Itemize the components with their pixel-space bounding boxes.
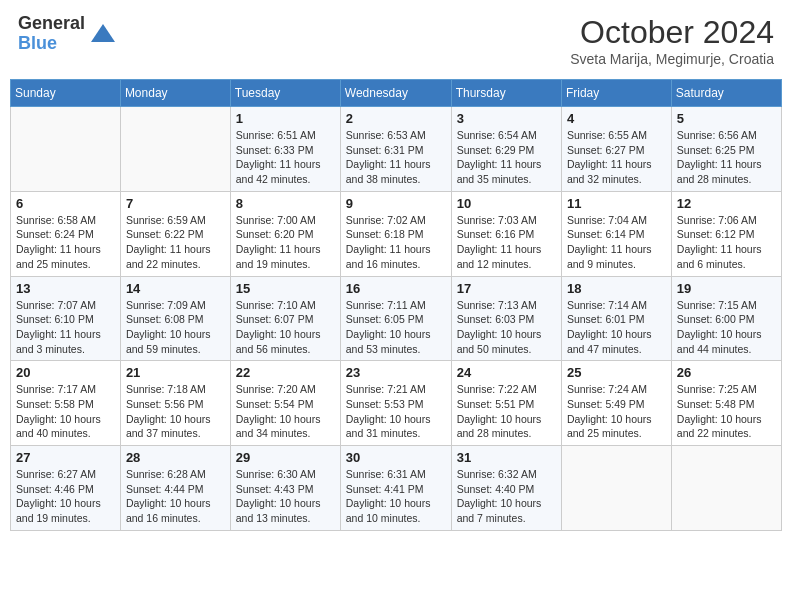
svg-marker-0 — [91, 24, 115, 42]
day-info: Sunrise: 7:02 AM Sunset: 6:18 PM Dayligh… — [346, 213, 446, 272]
day-number: 6 — [16, 196, 115, 211]
weekday-header-sunday: Sunday — [11, 80, 121, 107]
day-number: 18 — [567, 281, 666, 296]
day-info: Sunrise: 7:03 AM Sunset: 6:16 PM Dayligh… — [457, 213, 556, 272]
calendar-cell: 29Sunrise: 6:30 AM Sunset: 4:43 PM Dayli… — [230, 446, 340, 531]
logo-general-text: General — [18, 14, 85, 34]
calendar-cell: 1Sunrise: 6:51 AM Sunset: 6:33 PM Daylig… — [230, 107, 340, 192]
day-number: 11 — [567, 196, 666, 211]
weekday-header-saturday: Saturday — [671, 80, 781, 107]
calendar-cell: 14Sunrise: 7:09 AM Sunset: 6:08 PM Dayli… — [120, 276, 230, 361]
day-info: Sunrise: 7:13 AM Sunset: 6:03 PM Dayligh… — [457, 298, 556, 357]
day-number: 2 — [346, 111, 446, 126]
calendar-cell: 16Sunrise: 7:11 AM Sunset: 6:05 PM Dayli… — [340, 276, 451, 361]
calendar-cell: 13Sunrise: 7:07 AM Sunset: 6:10 PM Dayli… — [11, 276, 121, 361]
day-number: 14 — [126, 281, 225, 296]
calendar-cell: 21Sunrise: 7:18 AM Sunset: 5:56 PM Dayli… — [120, 361, 230, 446]
day-number: 23 — [346, 365, 446, 380]
day-number: 3 — [457, 111, 556, 126]
day-info: Sunrise: 6:53 AM Sunset: 6:31 PM Dayligh… — [346, 128, 446, 187]
day-info: Sunrise: 6:51 AM Sunset: 6:33 PM Dayligh… — [236, 128, 335, 187]
day-number: 12 — [677, 196, 776, 211]
day-info: Sunrise: 7:20 AM Sunset: 5:54 PM Dayligh… — [236, 382, 335, 441]
calendar-cell: 6Sunrise: 6:58 AM Sunset: 6:24 PM Daylig… — [11, 191, 121, 276]
day-number: 22 — [236, 365, 335, 380]
calendar-cell: 17Sunrise: 7:13 AM Sunset: 6:03 PM Dayli… — [451, 276, 561, 361]
calendar-cell: 2Sunrise: 6:53 AM Sunset: 6:31 PM Daylig… — [340, 107, 451, 192]
calendar-cell: 24Sunrise: 7:22 AM Sunset: 5:51 PM Dayli… — [451, 361, 561, 446]
day-info: Sunrise: 7:18 AM Sunset: 5:56 PM Dayligh… — [126, 382, 225, 441]
calendar-cell — [11, 107, 121, 192]
day-info: Sunrise: 7:00 AM Sunset: 6:20 PM Dayligh… — [236, 213, 335, 272]
calendar-cell: 12Sunrise: 7:06 AM Sunset: 6:12 PM Dayli… — [671, 191, 781, 276]
weekday-row: SundayMondayTuesdayWednesdayThursdayFrid… — [11, 80, 782, 107]
calendar: SundayMondayTuesdayWednesdayThursdayFrid… — [10, 79, 782, 531]
logo-blue-text: Blue — [18, 34, 85, 54]
day-number: 10 — [457, 196, 556, 211]
calendar-week-1: 1Sunrise: 6:51 AM Sunset: 6:33 PM Daylig… — [11, 107, 782, 192]
day-info: Sunrise: 7:04 AM Sunset: 6:14 PM Dayligh… — [567, 213, 666, 272]
calendar-header: SundayMondayTuesdayWednesdayThursdayFrid… — [11, 80, 782, 107]
day-number: 16 — [346, 281, 446, 296]
calendar-cell: 25Sunrise: 7:24 AM Sunset: 5:49 PM Dayli… — [561, 361, 671, 446]
month-title: October 2024 — [570, 14, 774, 51]
calendar-cell: 19Sunrise: 7:15 AM Sunset: 6:00 PM Dayli… — [671, 276, 781, 361]
day-number: 7 — [126, 196, 225, 211]
calendar-week-4: 20Sunrise: 7:17 AM Sunset: 5:58 PM Dayli… — [11, 361, 782, 446]
calendar-cell: 5Sunrise: 6:56 AM Sunset: 6:25 PM Daylig… — [671, 107, 781, 192]
day-number: 1 — [236, 111, 335, 126]
day-info: Sunrise: 7:07 AM Sunset: 6:10 PM Dayligh… — [16, 298, 115, 357]
weekday-header-thursday: Thursday — [451, 80, 561, 107]
calendar-cell: 11Sunrise: 7:04 AM Sunset: 6:14 PM Dayli… — [561, 191, 671, 276]
day-info: Sunrise: 6:56 AM Sunset: 6:25 PM Dayligh… — [677, 128, 776, 187]
day-info: Sunrise: 6:32 AM Sunset: 4:40 PM Dayligh… — [457, 467, 556, 526]
calendar-cell — [671, 446, 781, 531]
weekday-header-wednesday: Wednesday — [340, 80, 451, 107]
day-info: Sunrise: 6:30 AM Sunset: 4:43 PM Dayligh… — [236, 467, 335, 526]
calendar-cell: 7Sunrise: 6:59 AM Sunset: 6:22 PM Daylig… — [120, 191, 230, 276]
day-info: Sunrise: 7:21 AM Sunset: 5:53 PM Dayligh… — [346, 382, 446, 441]
day-number: 17 — [457, 281, 556, 296]
day-info: Sunrise: 7:10 AM Sunset: 6:07 PM Dayligh… — [236, 298, 335, 357]
day-number: 20 — [16, 365, 115, 380]
day-number: 15 — [236, 281, 335, 296]
location-subtitle: Sveta Marija, Megimurje, Croatia — [570, 51, 774, 67]
calendar-cell: 31Sunrise: 6:32 AM Sunset: 4:40 PM Dayli… — [451, 446, 561, 531]
day-number: 27 — [16, 450, 115, 465]
day-info: Sunrise: 7:22 AM Sunset: 5:51 PM Dayligh… — [457, 382, 556, 441]
calendar-week-5: 27Sunrise: 6:27 AM Sunset: 4:46 PM Dayli… — [11, 446, 782, 531]
day-info: Sunrise: 6:27 AM Sunset: 4:46 PM Dayligh… — [16, 467, 115, 526]
day-info: Sunrise: 6:59 AM Sunset: 6:22 PM Dayligh… — [126, 213, 225, 272]
calendar-cell: 20Sunrise: 7:17 AM Sunset: 5:58 PM Dayli… — [11, 361, 121, 446]
calendar-cell: 22Sunrise: 7:20 AM Sunset: 5:54 PM Dayli… — [230, 361, 340, 446]
calendar-cell — [561, 446, 671, 531]
day-number: 25 — [567, 365, 666, 380]
calendar-cell: 30Sunrise: 6:31 AM Sunset: 4:41 PM Dayli… — [340, 446, 451, 531]
logo: General Blue — [18, 14, 117, 54]
day-number: 24 — [457, 365, 556, 380]
day-number: 4 — [567, 111, 666, 126]
calendar-body: 1Sunrise: 6:51 AM Sunset: 6:33 PM Daylig… — [11, 107, 782, 531]
calendar-cell: 9Sunrise: 7:02 AM Sunset: 6:18 PM Daylig… — [340, 191, 451, 276]
logo-icon — [89, 20, 117, 48]
calendar-cell: 28Sunrise: 6:28 AM Sunset: 4:44 PM Dayli… — [120, 446, 230, 531]
day-number: 21 — [126, 365, 225, 380]
calendar-cell — [120, 107, 230, 192]
calendar-cell: 4Sunrise: 6:55 AM Sunset: 6:27 PM Daylig… — [561, 107, 671, 192]
title-section: October 2024 Sveta Marija, Megimurje, Cr… — [570, 14, 774, 67]
day-info: Sunrise: 6:54 AM Sunset: 6:29 PM Dayligh… — [457, 128, 556, 187]
day-info: Sunrise: 7:17 AM Sunset: 5:58 PM Dayligh… — [16, 382, 115, 441]
day-info: Sunrise: 7:15 AM Sunset: 6:00 PM Dayligh… — [677, 298, 776, 357]
day-number: 30 — [346, 450, 446, 465]
day-number: 26 — [677, 365, 776, 380]
day-number: 19 — [677, 281, 776, 296]
calendar-cell: 26Sunrise: 7:25 AM Sunset: 5:48 PM Dayli… — [671, 361, 781, 446]
calendar-cell: 10Sunrise: 7:03 AM Sunset: 6:16 PM Dayli… — [451, 191, 561, 276]
weekday-header-tuesday: Tuesday — [230, 80, 340, 107]
day-info: Sunrise: 6:55 AM Sunset: 6:27 PM Dayligh… — [567, 128, 666, 187]
calendar-week-2: 6Sunrise: 6:58 AM Sunset: 6:24 PM Daylig… — [11, 191, 782, 276]
day-number: 5 — [677, 111, 776, 126]
day-number: 28 — [126, 450, 225, 465]
calendar-cell: 3Sunrise: 6:54 AM Sunset: 6:29 PM Daylig… — [451, 107, 561, 192]
day-info: Sunrise: 7:11 AM Sunset: 6:05 PM Dayligh… — [346, 298, 446, 357]
